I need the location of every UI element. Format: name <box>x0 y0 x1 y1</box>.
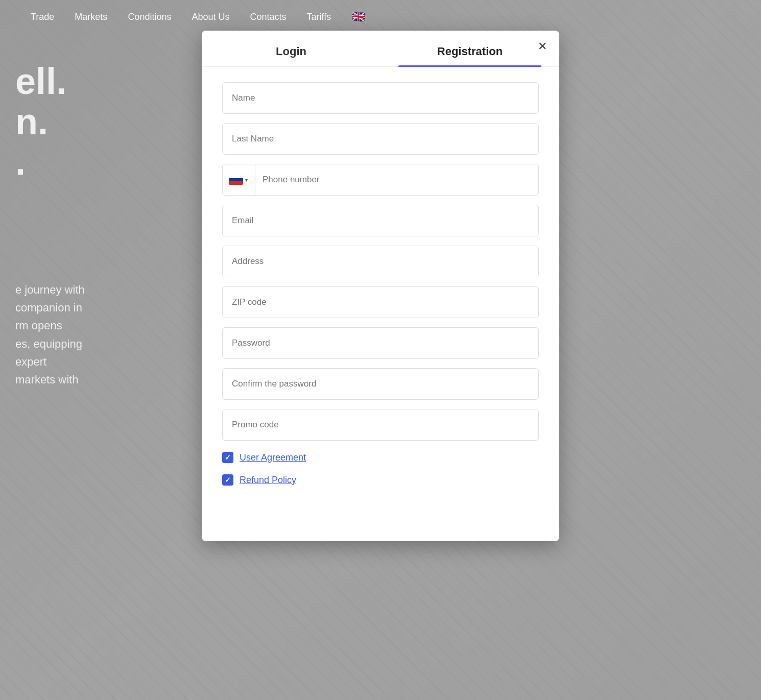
russian-flag-icon <box>229 175 243 185</box>
registration-form: ▾ ✓ User Agreement <box>202 82 559 486</box>
user-agreement-row: ✓ User Agreement <box>222 452 539 463</box>
name-input[interactable] <box>222 82 539 114</box>
password-input[interactable] <box>222 327 539 359</box>
checkmark-icon-2: ✓ <box>225 476 231 484</box>
last-name-input[interactable] <box>222 123 539 155</box>
modal-tabs: Login Registration <box>202 31 559 67</box>
checkmark-icon: ✓ <box>225 453 231 462</box>
tab-login[interactable]: Login <box>202 31 380 66</box>
promo-code-input[interactable] <box>222 409 539 441</box>
address-input[interactable] <box>222 246 539 277</box>
registration-modal: ✕ Login Registration ▾ <box>202 31 559 541</box>
phone-input[interactable] <box>255 164 538 195</box>
user-agreement-link[interactable]: User Agreement <box>240 452 306 463</box>
email-input[interactable] <box>222 205 539 236</box>
phone-country-selector[interactable]: ▾ <box>223 164 255 195</box>
confirm-password-input[interactable] <box>222 368 539 400</box>
chevron-down-icon: ▾ <box>245 177 248 183</box>
zip-code-input[interactable] <box>222 286 539 318</box>
refund-policy-link[interactable]: Refund Policy <box>240 475 296 486</box>
phone-field-wrapper: ▾ <box>222 164 539 196</box>
user-agreement-checkbox[interactable]: ✓ <box>222 452 233 463</box>
refund-policy-row: ✓ Refund Policy <box>222 474 539 486</box>
modal-overlay: ✕ Login Registration ▾ <box>0 0 761 700</box>
refund-policy-checkbox[interactable]: ✓ <box>222 474 233 486</box>
tab-registration[interactable]: Registration <box>380 31 559 66</box>
